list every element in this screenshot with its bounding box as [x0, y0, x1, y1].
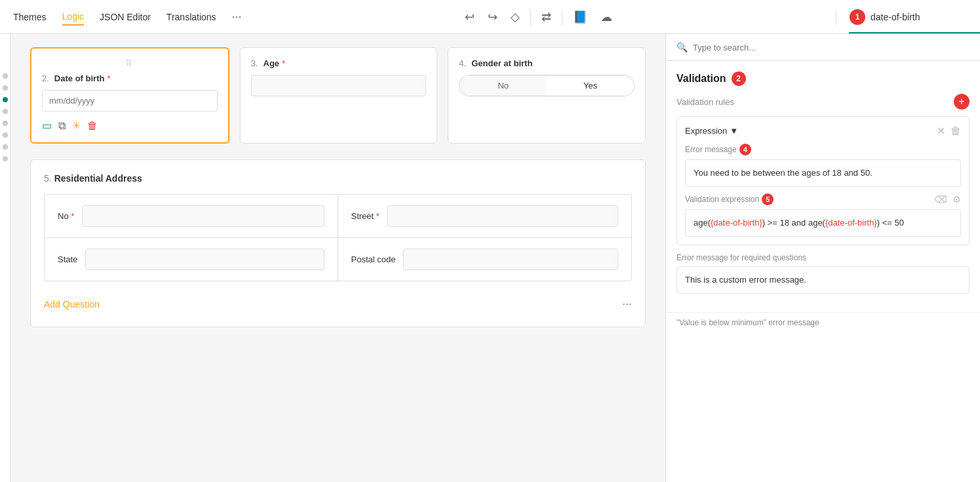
- validation-rules-header: Validation rules +: [676, 94, 970, 110]
- card-icon-delete[interactable]: 🗑: [87, 120, 98, 132]
- search-bar: 🔍: [666, 34, 980, 61]
- age-input[interactable]: [251, 75, 427, 96]
- validation-expression-box[interactable]: age({date-of-birth}) >= 18 and age({date…: [685, 209, 961, 237]
- req-error-box[interactable]: This is a custom error message.: [676, 266, 970, 294]
- validation-badge: 2: [732, 71, 746, 86]
- sidebar-dot-1: [3, 73, 8, 79]
- canvas-area: ⠿ 2. Date of birth * ▭ ⧉ ✳ 🗑 3.: [10, 34, 665, 482]
- right-panel: 🔍 Validation 2 Validation rules + Expres…: [665, 34, 980, 482]
- card-gender[interactable]: 4. Gender at birth No Yes: [448, 47, 646, 144]
- more-options-button[interactable]: ···: [622, 297, 632, 311]
- toggle-no[interactable]: No: [460, 75, 547, 96]
- main-layout: ⠿ 2. Date of birth * ▭ ⧉ ✳ 🗑 3.: [0, 34, 980, 482]
- add-rule-icon: +: [958, 96, 964, 108]
- add-question-row: Add Question ···: [44, 294, 632, 313]
- card-num-2: 3.: [251, 58, 258, 68]
- nav-divider-1: [530, 9, 531, 25]
- breadcrumb: 1 date-of-birth: [836, 9, 967, 25]
- expr-clear-button[interactable]: ⌫: [934, 194, 947, 205]
- expr-part1: age(: [694, 218, 711, 228]
- error-message-box[interactable]: You need to be between the ages of 18 an…: [685, 159, 961, 187]
- card-label-2: 3. Age *: [251, 58, 427, 68]
- address-cell-postal: Postal code: [338, 238, 632, 281]
- expr-highlight-1: {date-of-birth}: [711, 218, 762, 228]
- add-question-button[interactable]: Add Question: [44, 299, 100, 310]
- drag-handle-1: ⠿: [42, 59, 218, 68]
- panel-title: Validation 2: [676, 71, 970, 86]
- card-toolbar-1: ▭ ⧉ ✳ 🗑: [42, 119, 218, 132]
- expr-highlight-2: {date-of-birth}: [825, 218, 877, 228]
- card-title-2: Age: [264, 58, 280, 68]
- field-label-postal: Postal code: [351, 254, 396, 264]
- validation-rules-label: Validation rules: [676, 97, 734, 107]
- error-message-label: Error message 4: [685, 144, 961, 155]
- sidebar-dot-2: [3, 85, 8, 90]
- filter-button[interactable]: ⇄: [539, 7, 554, 27]
- sidebar-dot-3: [3, 97, 8, 102]
- nav-logic[interactable]: Logic: [62, 9, 84, 26]
- field-input-no[interactable]: [82, 205, 324, 227]
- search-input[interactable]: [693, 43, 970, 52]
- rule-clear-button[interactable]: ✕: [937, 125, 945, 137]
- nav-actions: ↩ ↪ ◇ ⇄ 📘 ☁: [462, 7, 615, 27]
- card-icon-copy[interactable]: ⧉: [58, 120, 66, 132]
- expr-part3: ) <= 50: [877, 218, 904, 228]
- validation-expr-header: Validation expression 5 ⌫ ⚙: [685, 193, 961, 205]
- date-of-birth-input[interactable]: [42, 90, 218, 111]
- req-error-label: Error message for required questions: [676, 253, 970, 262]
- card-icon-edit[interactable]: ▭: [42, 119, 52, 132]
- address-cell-street: Street *: [338, 195, 632, 238]
- cloud-button[interactable]: ☁: [598, 7, 615, 27]
- required-star-2: *: [282, 58, 285, 68]
- nav-translations[interactable]: Translations: [167, 9, 216, 25]
- field-input-postal[interactable]: [403, 249, 618, 270]
- address-cell-state: State: [45, 238, 338, 281]
- sidebar-dot-6: [3, 132, 8, 138]
- redo-button[interactable]: ↪: [485, 7, 500, 27]
- field-label-no: No *: [58, 211, 74, 221]
- sidebar-dot-8: [3, 156, 8, 161]
- field-input-street[interactable]: [387, 205, 618, 227]
- book-button[interactable]: 📘: [570, 7, 590, 27]
- nav-divider-2: [562, 9, 562, 25]
- breadcrumb-text: date-of-birth: [871, 12, 920, 22]
- section-num: 5.: [44, 173, 52, 184]
- card-title-1: Date of birth: [54, 73, 105, 83]
- street-required-star: *: [376, 211, 380, 221]
- nav-json-editor[interactable]: JSON Editor: [100, 9, 151, 25]
- card-label-3: 4. Gender at birth: [459, 58, 635, 68]
- expr-settings-button[interactable]: ⚙: [952, 194, 961, 205]
- sidebar-dot-7: [3, 144, 8, 150]
- chevron-down-icon: ▼: [730, 126, 738, 136]
- expression-label: Expression: [685, 126, 727, 136]
- clear-button[interactable]: ◇: [508, 7, 522, 27]
- validation-section: Validation 2 Validation rules + Expressi…: [666, 61, 980, 313]
- card-icon-asterisk[interactable]: ✳: [72, 119, 81, 132]
- no-required-star: *: [71, 211, 74, 221]
- field-input-state[interactable]: [85, 249, 324, 270]
- sidebar-dots: [0, 34, 10, 482]
- expression-select[interactable]: Expression ▼: [685, 126, 738, 136]
- gender-toggle[interactable]: No Yes: [459, 75, 635, 96]
- nav-themes[interactable]: Themes: [13, 9, 47, 25]
- form-cards-row: ⠿ 2. Date of birth * ▭ ⧉ ✳ 🗑 3.: [30, 47, 646, 144]
- add-rule-button[interactable]: +: [954, 94, 970, 110]
- rule-card: Expression ▼ ✕ 🗑 Error message 4 You nee…: [676, 116, 970, 245]
- toggle-yes[interactable]: Yes: [547, 75, 634, 96]
- undo-button[interactable]: ↩: [462, 7, 477, 27]
- required-star-1: *: [107, 73, 110, 83]
- section-title: Residential Address: [54, 173, 142, 184]
- min-error-label: "Value is below minimum" error message: [666, 313, 980, 332]
- nav-more[interactable]: ···: [232, 10, 242, 24]
- card-title-3: Gender at birth: [471, 58, 532, 68]
- field-label-state: State: [58, 254, 77, 264]
- rule-card-header: Expression ▼ ✕ 🗑: [685, 125, 961, 137]
- address-grid: No * Street * State: [44, 194, 632, 281]
- rule-delete-button[interactable]: 🗑: [951, 125, 961, 137]
- breadcrumb-badge: 1: [850, 9, 865, 25]
- drag-dots-1: ⠿: [126, 59, 133, 68]
- card-date-of-birth[interactable]: ⠿ 2. Date of birth * ▭ ⧉ ✳ 🗑: [30, 47, 229, 144]
- card-age[interactable]: 3. Age *: [240, 47, 438, 144]
- expr-part2: ) >= 18 and age(: [762, 218, 825, 228]
- search-icon: 🔍: [676, 42, 688, 52]
